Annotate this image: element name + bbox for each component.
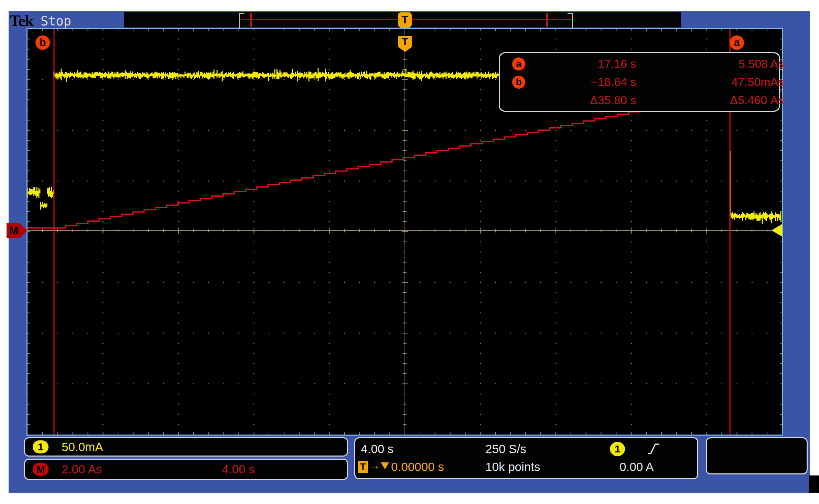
record-view-cursor-a-tick bbox=[546, 13, 548, 27]
horizontal-row-2: T → 0.00000 s 10k points 0.00 A bbox=[355, 458, 697, 475]
horizontal-readout-box: 4.00 s 250 S/s 1 T → 0.00000 s 10k point… bbox=[354, 437, 698, 479]
trigger-triangle-icon bbox=[381, 462, 389, 469]
cursor-a-badge: a bbox=[730, 35, 744, 50]
trigger-source-badge: 1 bbox=[610, 442, 625, 456]
ch1-scale: 50.0mA bbox=[62, 440, 103, 454]
trigger-level-readout: 0.00 A bbox=[619, 460, 654, 474]
graticule: b a T a 17.16 s 5.508 As b −18.64 s 47.5… bbox=[26, 28, 783, 436]
acquisition-status: Stop bbox=[41, 14, 71, 29]
rising-slope-icon bbox=[646, 442, 660, 456]
horizontal-row-1: 4.00 s 250 S/s 1 bbox=[355, 440, 697, 458]
math-timebase: 4.00 s bbox=[222, 462, 255, 476]
cursor-delta-value: Δ5.460 As bbox=[636, 94, 784, 107]
cursor-a-readout-badge: a bbox=[512, 57, 525, 70]
record-view-trigger-flag-icon: T bbox=[398, 12, 412, 27]
math-readout-box: M 2.00 As 4.00 s bbox=[24, 459, 348, 480]
cursor-readout-box: a 17.16 s 5.508 As b −18.64 s 47.50mAs Δ… bbox=[499, 52, 780, 112]
cursor-a-value: 5.508 As bbox=[636, 57, 784, 70]
record-length-readout: 10k points bbox=[485, 460, 540, 474]
timebase-readout: 4.00 s bbox=[361, 442, 394, 456]
cursor-b-value: 47.50mAs bbox=[636, 75, 784, 89]
ch1-readout-box: 1 50.0mA bbox=[24, 437, 348, 457]
record-view-left-bracket bbox=[239, 13, 244, 29]
record-view-right-bracket bbox=[568, 13, 573, 29]
record-view-cursor-b-tick bbox=[250, 13, 252, 27]
cursor-b-readout-badge: b bbox=[512, 76, 525, 89]
trigger-position-readout: 0.00000 s bbox=[391, 460, 444, 474]
cursor-a-time: 17.16 s bbox=[536, 57, 636, 70]
math-scale: 2.00 As bbox=[62, 462, 102, 476]
trigger-arrow-icon: → bbox=[369, 459, 380, 472]
sample-rate-readout: 250 S/s bbox=[485, 442, 526, 456]
corner-notch bbox=[809, 475, 819, 493]
math-badge: M bbox=[33, 463, 49, 476]
trigger-t-icon: T bbox=[358, 461, 368, 473]
trigger-level-arrow-icon bbox=[772, 224, 782, 237]
cursor-b-badge: b bbox=[35, 35, 50, 50]
cursor-b-time: −18.64 s bbox=[536, 75, 636, 89]
tek-logo: Tek bbox=[10, 11, 33, 30]
empty-readout-box bbox=[706, 437, 808, 474]
cursor-delta-time: Δ35.80 s bbox=[536, 94, 636, 107]
ch1-badge: 1 bbox=[33, 440, 49, 453]
